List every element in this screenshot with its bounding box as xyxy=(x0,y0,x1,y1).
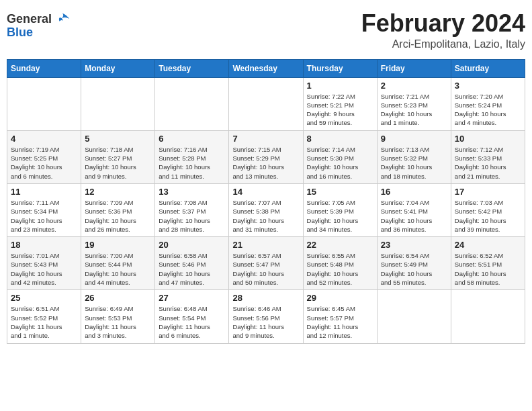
day-number: 3 xyxy=(455,81,521,91)
day-info: Sunrise: 7:16 AM Sunset: 5:28 PM Dayligh… xyxy=(159,145,225,181)
day-number: 14 xyxy=(232,187,299,197)
calendar-header-row: Sunday Monday Tuesday Wednesday Thursday… xyxy=(7,59,525,77)
day-number: 15 xyxy=(307,187,373,197)
logo: General Blue xyxy=(7,10,72,40)
table-row: 4Sunrise: 7:19 AM Sunset: 5:25 PM Daylig… xyxy=(7,130,81,183)
table-row xyxy=(81,77,155,130)
table-row: 6Sunrise: 7:16 AM Sunset: 5:28 PM Daylig… xyxy=(155,130,229,183)
col-monday: Monday xyxy=(81,59,155,77)
day-info: Sunrise: 7:19 AM Sunset: 5:25 PM Dayligh… xyxy=(11,145,77,181)
day-info: Sunrise: 7:12 AM Sunset: 5:33 PM Dayligh… xyxy=(455,145,521,181)
day-info: Sunrise: 7:20 AM Sunset: 5:24 PM Dayligh… xyxy=(455,92,521,128)
day-info: Sunrise: 7:15 AM Sunset: 5:29 PM Dayligh… xyxy=(232,145,299,181)
logo-general-text: General xyxy=(7,13,52,26)
table-row xyxy=(229,77,303,130)
table-row: 9Sunrise: 7:13 AM Sunset: 5:32 PM Daylig… xyxy=(377,130,451,183)
calendar-week-row: 18Sunrise: 7:01 AM Sunset: 5:43 PM Dayli… xyxy=(7,237,525,290)
calendar-week-row: 4Sunrise: 7:19 AM Sunset: 5:25 PM Daylig… xyxy=(7,130,525,183)
day-info: Sunrise: 7:00 AM Sunset: 5:44 PM Dayligh… xyxy=(85,251,151,287)
table-row: 5Sunrise: 7:18 AM Sunset: 5:27 PM Daylig… xyxy=(81,130,155,183)
day-number: 24 xyxy=(455,240,521,250)
day-number: 13 xyxy=(159,187,225,197)
day-number: 26 xyxy=(85,293,151,303)
day-info: Sunrise: 7:11 AM Sunset: 5:34 PM Dayligh… xyxy=(11,198,77,234)
day-info: Sunrise: 7:18 AM Sunset: 5:27 PM Dayligh… xyxy=(85,145,151,181)
header: General Blue February 2024 Arci-Empolita… xyxy=(7,7,525,54)
day-number: 25 xyxy=(11,293,77,303)
day-info: Sunrise: 7:09 AM Sunset: 5:36 PM Dayligh… xyxy=(85,198,151,234)
calendar-week-row: 1Sunrise: 7:22 AM Sunset: 5:21 PM Daylig… xyxy=(7,77,525,130)
table-row: 28Sunrise: 6:46 AM Sunset: 5:56 PM Dayli… xyxy=(229,290,303,343)
table-row xyxy=(377,290,451,343)
table-row xyxy=(7,77,81,130)
table-row: 11Sunrise: 7:11 AM Sunset: 5:34 PM Dayli… xyxy=(7,183,81,236)
table-row: 1Sunrise: 7:22 AM Sunset: 5:21 PM Daylig… xyxy=(303,77,377,130)
day-number: 6 xyxy=(159,134,225,144)
day-info: Sunrise: 6:46 AM Sunset: 5:56 PM Dayligh… xyxy=(232,304,299,340)
table-row: 2Sunrise: 7:21 AM Sunset: 5:23 PM Daylig… xyxy=(377,77,451,130)
day-info: Sunrise: 7:13 AM Sunset: 5:32 PM Dayligh… xyxy=(381,145,447,181)
day-info: Sunrise: 6:57 AM Sunset: 5:47 PM Dayligh… xyxy=(232,251,299,287)
day-number: 29 xyxy=(307,293,373,303)
day-number: 4 xyxy=(11,134,77,144)
day-info: Sunrise: 7:22 AM Sunset: 5:21 PM Dayligh… xyxy=(307,92,373,128)
table-row: 22Sunrise: 6:55 AM Sunset: 5:48 PM Dayli… xyxy=(303,237,377,290)
table-row: 15Sunrise: 7:05 AM Sunset: 5:39 PM Dayli… xyxy=(303,183,377,236)
table-row: 23Sunrise: 6:54 AM Sunset: 5:49 PM Dayli… xyxy=(377,237,451,290)
day-info: Sunrise: 6:52 AM Sunset: 5:51 PM Dayligh… xyxy=(455,251,521,287)
day-info: Sunrise: 7:21 AM Sunset: 5:23 PM Dayligh… xyxy=(381,92,447,128)
day-number: 18 xyxy=(11,240,77,250)
table-row: 14Sunrise: 7:07 AM Sunset: 5:38 PM Dayli… xyxy=(229,183,303,236)
day-number: 23 xyxy=(381,240,447,250)
table-row: 10Sunrise: 7:12 AM Sunset: 5:33 PM Dayli… xyxy=(451,130,525,183)
month-title: February 2024 xyxy=(361,10,525,37)
day-number: 2 xyxy=(381,81,447,91)
day-info: Sunrise: 6:54 AM Sunset: 5:49 PM Dayligh… xyxy=(381,251,447,287)
calendar-week-row: 11Sunrise: 7:11 AM Sunset: 5:34 PM Dayli… xyxy=(7,183,525,236)
table-row: 24Sunrise: 6:52 AM Sunset: 5:51 PM Dayli… xyxy=(451,237,525,290)
col-wednesday: Wednesday xyxy=(229,59,303,77)
day-info: Sunrise: 7:14 AM Sunset: 5:30 PM Dayligh… xyxy=(307,145,373,181)
calendar-table: Sunday Monday Tuesday Wednesday Thursday… xyxy=(7,59,525,344)
day-number: 10 xyxy=(455,134,521,144)
day-info: Sunrise: 6:48 AM Sunset: 5:54 PM Dayligh… xyxy=(159,304,225,340)
day-number: 1 xyxy=(307,81,373,91)
table-row: 19Sunrise: 7:00 AM Sunset: 5:44 PM Dayli… xyxy=(81,237,155,290)
table-row: 18Sunrise: 7:01 AM Sunset: 5:43 PM Dayli… xyxy=(7,237,81,290)
day-number: 19 xyxy=(85,240,151,250)
table-row: 16Sunrise: 7:04 AM Sunset: 5:41 PM Dayli… xyxy=(377,183,451,236)
day-info: Sunrise: 7:05 AM Sunset: 5:39 PM Dayligh… xyxy=(307,198,373,234)
title-area: February 2024 Arci-Empolitana, Lazio, It… xyxy=(361,10,525,50)
day-info: Sunrise: 6:55 AM Sunset: 5:48 PM Dayligh… xyxy=(307,251,373,287)
day-number: 11 xyxy=(11,187,77,197)
day-number: 7 xyxy=(232,134,299,144)
table-row xyxy=(155,77,229,130)
col-thursday: Thursday xyxy=(303,59,377,77)
col-sunday: Sunday xyxy=(7,59,81,77)
day-info: Sunrise: 6:58 AM Sunset: 5:46 PM Dayligh… xyxy=(159,251,225,287)
day-number: 21 xyxy=(232,240,299,250)
col-friday: Friday xyxy=(377,59,451,77)
day-number: 20 xyxy=(159,240,225,250)
day-number: 12 xyxy=(85,187,151,197)
day-number: 5 xyxy=(85,134,151,144)
table-row: 25Sunrise: 6:51 AM Sunset: 5:52 PM Dayli… xyxy=(7,290,81,343)
table-row: 26Sunrise: 6:49 AM Sunset: 5:53 PM Dayli… xyxy=(81,290,155,343)
day-info: Sunrise: 6:49 AM Sunset: 5:53 PM Dayligh… xyxy=(85,304,151,340)
day-info: Sunrise: 7:04 AM Sunset: 5:41 PM Dayligh… xyxy=(381,198,447,234)
day-number: 16 xyxy=(381,187,447,197)
day-info: Sunrise: 7:08 AM Sunset: 5:37 PM Dayligh… xyxy=(159,198,225,234)
location: Arci-Empolitana, Lazio, Italy xyxy=(361,38,525,50)
day-number: 8 xyxy=(307,134,373,144)
day-info: Sunrise: 7:01 AM Sunset: 5:43 PM Dayligh… xyxy=(11,251,77,287)
day-number: 27 xyxy=(159,293,225,303)
day-number: 9 xyxy=(381,134,447,144)
table-row: 8Sunrise: 7:14 AM Sunset: 5:30 PM Daylig… xyxy=(303,130,377,183)
day-number: 17 xyxy=(455,187,521,197)
day-info: Sunrise: 6:51 AM Sunset: 5:52 PM Dayligh… xyxy=(11,304,77,340)
table-row: 13Sunrise: 7:08 AM Sunset: 5:37 PM Dayli… xyxy=(155,183,229,236)
col-saturday: Saturday xyxy=(451,59,525,77)
table-row: 21Sunrise: 6:57 AM Sunset: 5:47 PM Dayli… xyxy=(229,237,303,290)
logo-bird-icon xyxy=(53,10,72,29)
table-row: 20Sunrise: 6:58 AM Sunset: 5:46 PM Dayli… xyxy=(155,237,229,290)
